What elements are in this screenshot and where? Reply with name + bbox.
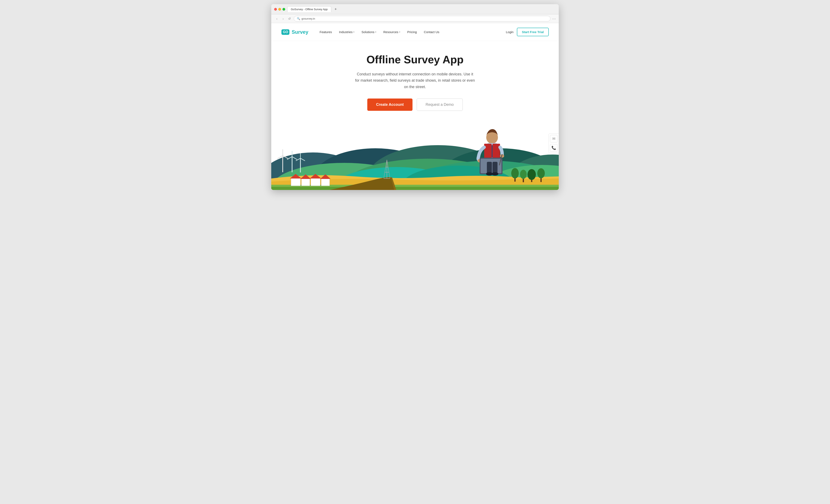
hero-title: Offline Survey App [281,54,549,66]
request-demo-button[interactable]: Request a Demo [417,99,463,111]
browser-tab[interactable]: GoSurvey - Offline Survey App [287,6,331,12]
nav-contact[interactable]: Contact Us [421,29,442,35]
traffic-lights [274,8,285,11]
logo-text: Survey [292,29,308,35]
svg-point-47 [520,170,527,179]
svg-point-51 [537,168,545,178]
hero-illustration: ✉ 📞 [271,123,559,190]
start-free-trial-button[interactable]: Start Free Trial [517,28,549,36]
nav-solutions[interactable]: Solutions ▾ [358,29,379,35]
url-bar[interactable]: 🔍 gosurvey.in [294,16,550,22]
svg-rect-32 [300,158,301,172]
new-tab-button[interactable]: + [333,7,338,11]
nav-actions: Login Start Free Trial [506,28,549,36]
phone-widget-button[interactable]: 📞 [550,144,557,152]
svg-rect-20 [311,178,320,186]
svg-rect-24 [282,156,283,172]
mac-window: GoSurvey - Offline Survey App + ‹ › ↺ 🔍 … [0,0,830,504]
nav-features[interactable]: Features [317,29,335,35]
nav-solutions-label: Solutions [361,30,374,34]
nav-resources[interactable]: Resources ▾ [380,29,403,35]
browser-chrome: GoSurvey - Offline Survey App + ‹ › ↺ 🔍 … [271,4,559,190]
svg-point-49 [528,169,536,180]
chevron-down-icon: ▾ [399,31,400,33]
svg-rect-22 [321,179,329,186]
nav-industries-label: Industries [339,30,352,34]
nav-features-label: Features [320,30,332,34]
nav-industries[interactable]: Industries ▾ [336,29,357,35]
logo-icon: GO [281,29,290,35]
hero-subtitle: Conduct surveys without internet connect… [355,71,475,90]
create-account-button[interactable]: Create Account [367,99,412,111]
svg-rect-18 [301,179,310,186]
landscape-svg [271,123,559,190]
nav-pricing[interactable]: Pricing [404,29,420,35]
nav-pricing-label: Pricing [407,30,417,34]
forward-button[interactable]: › [280,16,286,22]
svg-rect-15 [271,187,559,190]
svg-point-45 [511,168,519,178]
close-button[interactable] [274,8,277,11]
minimize-button[interactable] [278,8,281,11]
hero-section: Offline Survey App Conduct surveys witho… [271,41,559,111]
svg-rect-28 [292,157,292,172]
logo[interactable]: GO Survey [281,29,308,35]
nav-resources-label: Resources [383,30,398,34]
chevron-down-icon: ▾ [375,31,376,33]
svg-point-65 [492,172,498,175]
svg-rect-16 [291,178,300,186]
url-text: gosurvey.in [301,17,315,20]
chevron-down-icon: ▾ [353,31,354,33]
website: GO Survey Features Industries ▾ Solution… [271,23,559,190]
title-bar: GoSurvey - Offline Survey App + [271,4,559,14]
site-nav: Features Industries ▾ Solutions ▾ Resour… [317,29,506,35]
maximize-button[interactable] [283,8,285,11]
browser-toolbar: ‹ › ↺ 🔍 gosurvey.in ⋯ [271,14,559,23]
back-button[interactable]: ‹ [274,16,280,22]
site-header: GO Survey Features Industries ▾ Solution… [271,23,559,41]
login-button[interactable]: Login [506,30,514,34]
browser-menu[interactable]: ⋯ [552,16,556,21]
nav-contact-label: Contact Us [424,30,439,34]
nav-buttons: ‹ › ↺ [274,16,292,22]
email-widget-button[interactable]: ✉ [550,135,557,142]
search-icon: 🔍 [297,17,300,20]
side-widgets: ✉ 📞 [548,134,559,153]
hero-buttons: Create Account Request a Demo [281,99,549,111]
reload-button[interactable]: ↺ [287,16,292,22]
svg-text:GO: GO [283,30,288,34]
